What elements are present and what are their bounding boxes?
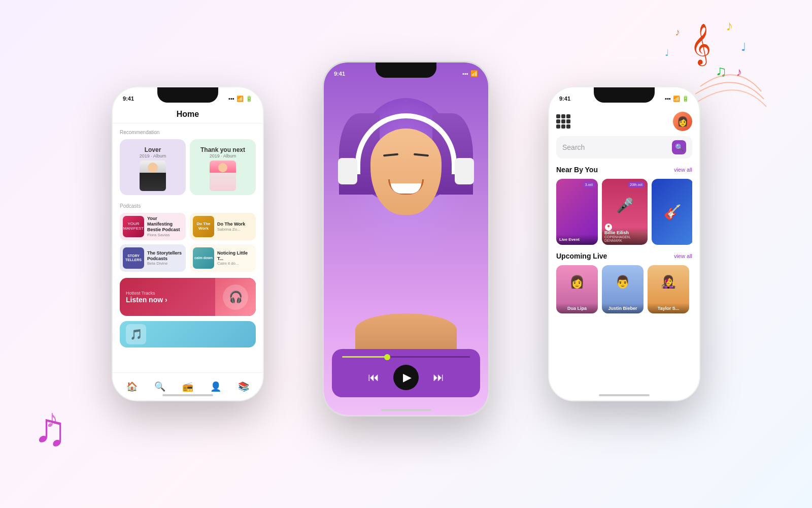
artist-justin[interactable]: 👨 Justin Bieber bbox=[602, 265, 644, 313]
podcast-item-storytellers[interactable]: STORY TELLERS The Storytellers Podcasts … bbox=[120, 244, 186, 272]
grid-dot bbox=[556, 124, 560, 129]
billie-name: Billie Eilish bbox=[604, 230, 645, 235]
hottest-tracks-image: 🎧 bbox=[215, 278, 256, 316]
podcast-info-1: Your Manifesting Bestie Podcast Flora Sa… bbox=[147, 216, 183, 237]
upcoming-view-all[interactable]: view all bbox=[674, 253, 692, 259]
phone-notch-right bbox=[594, 87, 655, 103]
status-icons-left: ▪▪▪ 📶 🔋 bbox=[228, 96, 253, 102]
headphone-left-cup bbox=[338, 158, 357, 184]
dua-name: Dua Lipa bbox=[556, 303, 598, 313]
justin-artwork: 👨 bbox=[602, 265, 644, 299]
nearby-section-header: Near By You view all bbox=[556, 166, 692, 174]
podcast-title-storytellers: The Storytellers Podcasts bbox=[147, 250, 183, 262]
artist-dua[interactable]: 👩 Dua Lipa bbox=[556, 265, 598, 313]
right-phone-content: 👩 Search 🔍 Near By You view all 3.oct L bbox=[549, 108, 699, 318]
headphone-emoji: 🎧 bbox=[223, 284, 248, 310]
thank-you-sub: 2019 · Album bbox=[200, 153, 245, 158]
lover-artwork bbox=[140, 161, 166, 191]
battery-right: 🔋 bbox=[682, 96, 689, 102]
event-info-1: Live Event bbox=[556, 234, 598, 245]
dua-artwork: 👩 bbox=[556, 265, 598, 299]
podcast-title-dowork: Do The Work bbox=[217, 221, 245, 227]
shoulders bbox=[355, 313, 457, 354]
progress-track[interactable] bbox=[342, 356, 470, 358]
artist-head-2 bbox=[218, 163, 227, 172]
phone-notch-left bbox=[157, 87, 218, 103]
justin-name: Justin Bieber bbox=[602, 303, 644, 313]
headphone-right-cup bbox=[455, 158, 474, 184]
podcast-thumb-calm: calm down bbox=[193, 247, 214, 269]
event-cards-row: 3.oct Live Event 20th.oct 🎤 Billie Eilis… bbox=[556, 179, 692, 245]
search-bar[interactable]: Search 🔍 bbox=[556, 136, 692, 158]
podcasts-section-label: Podcasts bbox=[120, 203, 256, 209]
left-phone: 9:41 ▪▪▪ 📶 🔋 Home Recommendation Lover 2… bbox=[112, 86, 264, 401]
player-bar: ⏮ ▶ ⏭ bbox=[332, 349, 480, 397]
progress-fill bbox=[342, 356, 387, 358]
podcast-item-dowork[interactable]: Do The Work Do The Work Sabrina Zo... bbox=[190, 213, 256, 240]
right-phone: 9:41 ▪▪▪ 📶 🔋 bbox=[548, 86, 700, 401]
search-text: Search bbox=[562, 143, 585, 151]
grid-dot bbox=[561, 114, 565, 118]
podcast-thumb-dowork: Do The Work bbox=[193, 216, 214, 237]
nearby-view-all[interactable]: view all bbox=[674, 167, 692, 173]
right-status-icons: ▪▪▪ 📶 🔋 bbox=[665, 96, 689, 102]
center-phone: 9:41 ▪▪▪ 📶 bbox=[322, 61, 490, 417]
home-button-right[interactable] bbox=[599, 394, 650, 396]
grid-dot bbox=[556, 119, 560, 123]
time-left: 9:41 bbox=[123, 96, 134, 102]
grid-dot bbox=[566, 119, 570, 123]
nav-profile[interactable]: 👤 bbox=[210, 381, 221, 392]
grid-dot bbox=[566, 124, 570, 129]
podcast-info-storytellers: The Storytellers Podcasts Bela Divine bbox=[147, 250, 183, 266]
event-3-artwork: 🎸 bbox=[652, 179, 692, 245]
thank-you-title: Thank you next bbox=[200, 146, 245, 153]
grid-dot bbox=[566, 114, 570, 118]
signal-right: ▪▪▪ bbox=[665, 96, 671, 102]
top-bar-right: 👩 bbox=[556, 112, 692, 131]
billie-location: COPENHAGEN, DENMARK bbox=[604, 235, 645, 242]
lover-title: Lover bbox=[140, 146, 166, 153]
event-card-3[interactable]: 🎸 bbox=[652, 179, 692, 245]
search-button[interactable]: 🔍 bbox=[672, 140, 686, 154]
phone-notch-center bbox=[376, 62, 436, 78]
main-scene: 9:41 ▪▪▪ 📶 🔋 Home Recommendation Lover 2… bbox=[51, 20, 761, 488]
wifi-icon: 📶 bbox=[236, 96, 244, 102]
next-button[interactable]: ⏭ bbox=[433, 371, 444, 384]
podcast-row-2: STORY TELLERS The Storytellers Podcasts … bbox=[120, 244, 256, 272]
grid-menu-icon[interactable] bbox=[556, 114, 570, 129]
time-right: 9:41 bbox=[559, 96, 570, 102]
upcoming-artists-row: 👩 Dua Lipa 👨 Justin Bieber 👩‍🎤 Taylor S.… bbox=[556, 265, 692, 313]
lover-sub: 2019 · Album bbox=[140, 153, 166, 158]
podcast-author-storytellers: Bela Divine bbox=[147, 261, 183, 266]
recommendation-cards: Lover 2019 · Album Thank you next 2019 ·… bbox=[120, 139, 256, 195]
hottest-tracks-banner[interactable]: Hottest Tracks Listen now › 🎧 bbox=[120, 278, 256, 316]
home-button-left[interactable] bbox=[162, 394, 213, 396]
thank-you-card[interactable]: Thank you next 2019 · Album bbox=[190, 139, 256, 195]
nav-search[interactable]: 🔍 bbox=[154, 381, 165, 392]
event-card-billie[interactable]: 20th.oct 🎤 Billie Eilish COPENHAGEN, DEN… bbox=[602, 179, 648, 245]
nav-radio[interactable]: 📻 bbox=[182, 381, 193, 392]
nav-library[interactable]: 📚 bbox=[238, 381, 249, 392]
podcast-thumb-1: YOUR MANIFEST bbox=[123, 216, 144, 237]
home-button-center[interactable] bbox=[381, 409, 431, 411]
event-card-1[interactable]: 3.oct Live Event bbox=[556, 179, 598, 245]
bottom-teal-banner: 🎵 bbox=[120, 321, 256, 347]
nav-home[interactable]: 🏠 bbox=[126, 381, 138, 392]
play-button[interactable]: ▶ bbox=[393, 365, 419, 390]
artist-taylor[interactable]: 👩‍🎤 Taylor S... bbox=[648, 265, 689, 313]
prev-button[interactable]: ⏮ bbox=[368, 371, 379, 384]
progress-thumb[interactable] bbox=[384, 354, 390, 360]
battery-icon: 🔋 bbox=[246, 96, 253, 102]
grid-dot bbox=[561, 119, 565, 123]
event-date-billie: 20th.oct bbox=[628, 182, 645, 187]
podcast-item-1[interactable]: YOUR MANIFEST Your Manifesting Bestie Po… bbox=[120, 213, 186, 240]
podcast-author-calm: Calm it do... bbox=[217, 261, 253, 266]
upcoming-title: Upcoming Live bbox=[556, 252, 607, 260]
time-center: 9:41 bbox=[334, 71, 345, 77]
signal-icon: ▪▪▪ bbox=[228, 96, 234, 102]
taylor-artwork: 👩‍🎤 bbox=[648, 265, 689, 299]
podcast-item-calm[interactable]: calm down Noticing Little T... Calm it d… bbox=[190, 244, 256, 272]
lover-card[interactable]: Lover 2019 · Album bbox=[120, 139, 186, 195]
user-avatar[interactable]: 👩 bbox=[673, 112, 692, 131]
center-status-icons: ▪▪▪ 📶 bbox=[462, 70, 478, 77]
